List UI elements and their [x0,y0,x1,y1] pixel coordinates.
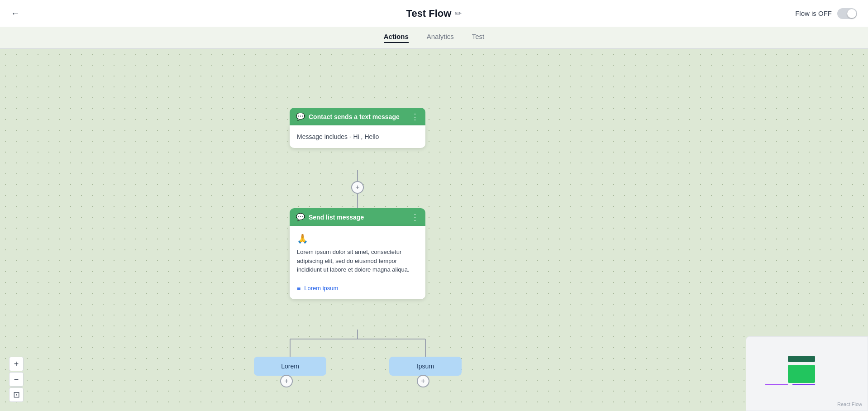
header-center: Test Flow ✏ [406,8,462,19]
list-label: Lorem ipsum [304,285,338,292]
message-list-button[interactable]: ≡ Lorem ipsum [297,285,418,292]
minimap-node-1 [788,356,815,362]
minimap-line-2 [792,384,815,385]
add-step-button-2[interactable]: + [280,375,293,387]
minimap-node-2 [788,365,815,383]
trigger-node-header: 💬 Contact sends a text message ⋮ [290,108,425,125]
zoom-in-button[interactable]: + [9,357,24,371]
trigger-menu-button[interactable]: ⋮ [411,113,419,121]
edit-icon[interactable]: ✏ [455,9,462,19]
zoom-controls: + − ⊡ [9,357,24,402]
action-node: 💬 Send list message ⋮ 🙏 Lorem ipsum dolo… [290,208,425,299]
react-flow-minimap: React Flow [746,336,868,411]
flow-title: Test Flow [406,8,452,19]
trigger-node: 💬 Contact sends a text message ⋮ Message… [290,108,425,148]
flow-canvas: 💬 Contact sends a text message ⋮ Message… [0,49,868,411]
add-step-button-3[interactable]: + [417,375,429,387]
fit-view-button[interactable]: ⊡ [9,387,24,402]
action-node-body: 🙏 Lorem ipsum dolor sit amet, consectetu… [290,226,425,299]
header-left: ← [11,8,20,19]
tab-actions[interactable]: Actions [384,33,409,43]
branch-node-ipsum[interactable]: Ipsum [389,357,462,376]
list-icon: ≡ [297,285,300,292]
react-flow-label: React Flow [837,401,862,407]
flow-toggle[interactable] [837,8,857,19]
message-divider [297,280,418,280]
trigger-header-left: 💬 Contact sends a text message [296,112,400,121]
trigger-icon: 💬 [296,112,305,121]
flow-status-label: Flow is OFF [795,10,832,17]
tabs-bar: Actions Analytics Test [0,27,868,49]
branch-node-lorem[interactable]: Lorem [254,357,326,376]
message-body-text: Lorem ipsum dolor sit amet, consectetur … [297,248,418,274]
action-icon: 💬 [296,213,305,221]
add-step-button-1[interactable]: + [351,181,364,194]
action-menu-button[interactable]: ⋮ [411,213,419,221]
trigger-node-body: Message includes - Hi , Hello [290,125,425,148]
zoom-out-button[interactable]: − [9,372,24,387]
tab-analytics[interactable]: Analytics [427,33,454,43]
header: ← Test Flow ✏ Flow is OFF [0,0,868,27]
message-emoji: 🙏 [297,233,418,244]
trigger-title: Contact sends a text message [309,113,400,120]
action-header-left: 💬 Send list message [296,213,364,221]
action-title: Send list message [309,214,364,221]
back-button[interactable]: ← [11,8,20,19]
header-right: Flow is OFF [795,8,857,19]
toggle-knob [847,9,856,18]
minimap-preview [752,342,862,397]
action-node-header: 💬 Send list message ⋮ [290,208,425,226]
minimap-line-1 [765,384,788,385]
trigger-body-text: Message includes - Hi , Hello [297,133,379,140]
tab-test[interactable]: Test [472,33,485,43]
